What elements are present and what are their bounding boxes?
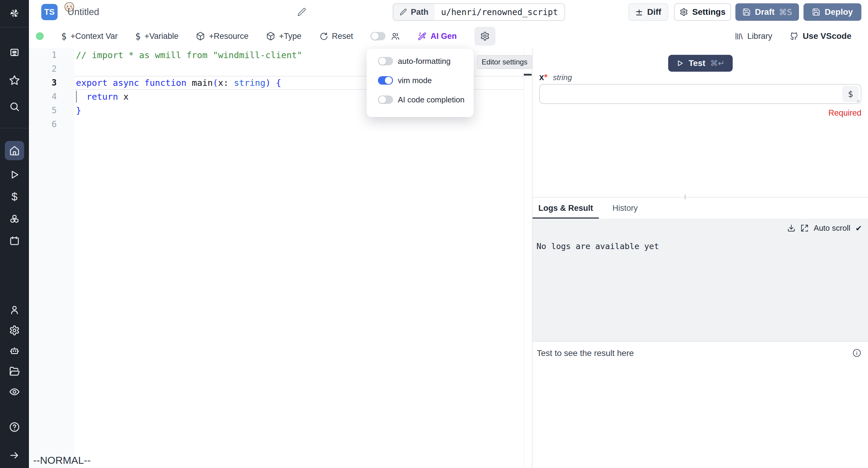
sidebar-item-audit-logs[interactable]	[5, 382, 24, 401]
info-icon[interactable]	[852, 348, 861, 358]
splitter-handle[interactable]	[685, 195, 686, 199]
tab-history-label: History	[613, 204, 638, 213]
add-type-label: +Type	[279, 32, 301, 41]
required-asterisk: *	[544, 72, 547, 82]
line-number: 1	[29, 48, 74, 62]
library-label: Library	[747, 32, 772, 41]
path-field[interactable]: Path u/henri/renowned_script	[393, 3, 565, 21]
sidebar-item-users[interactable]	[5, 300, 24, 320]
windmill-script-editor: $	[0, 0, 868, 468]
sidebar-item-workers[interactable]	[5, 341, 24, 361]
sidebar-item-variables[interactable]: $	[5, 187, 24, 207]
diff-button[interactable]: ± Diff	[628, 3, 668, 21]
sidebar-item-home[interactable]	[5, 141, 24, 160]
sidebar-item-schedules[interactable]	[5, 231, 24, 250]
sidebar-item-runs[interactable]	[5, 165, 24, 184]
editor-settings-menu: auto-formattingvim modeAI code completio…	[367, 48, 474, 117]
log-controls: Auto scroll ✔	[787, 224, 862, 233]
toggle-knob	[379, 96, 386, 103]
sidebar-divider	[0, 128, 29, 128]
arg-input-field[interactable]: $	[539, 84, 861, 104]
menu-item-label: auto-formatting	[398, 57, 451, 66]
logs-pane: Auto scroll ✔ No logs are available yet	[532, 219, 868, 341]
line-number: 2	[29, 62, 74, 76]
edit-title-pencil-icon[interactable]	[297, 7, 307, 17]
play-icon	[676, 59, 684, 67]
check-icon[interactable]: ✔	[855, 224, 862, 233]
sidebar-item-folders[interactable]	[5, 362, 24, 381]
diff-label: Diff	[647, 7, 661, 17]
path-value[interactable]: u/henri/renowned_script	[435, 4, 565, 20]
no-logs-message: No logs are available yet	[536, 241, 659, 251]
windmill-logo-icon[interactable]	[5, 4, 24, 23]
save-icon	[812, 8, 820, 16]
reset-label: Reset	[332, 32, 353, 41]
search-icon[interactable]	[5, 97, 24, 116]
sidebar-item-resources[interactable]	[5, 210, 24, 229]
menu-item-ai-code-completion[interactable]: AI code completion	[367, 90, 474, 109]
auto-scroll-label[interactable]: Auto scroll	[814, 224, 850, 233]
resize-grip-icon[interactable]	[855, 98, 860, 103]
result-tabs: Logs & Result History	[532, 197, 868, 219]
result-placeholder: Test to see the result here	[537, 348, 634, 358]
test-button[interactable]: Test ⌘↵	[668, 55, 733, 72]
users-icon	[391, 32, 400, 41]
dollar-icon: $	[61, 31, 67, 41]
toggle[interactable]	[378, 76, 393, 85]
ai-gen-label: AI Gen	[430, 32, 457, 41]
deploy-label: Deploy	[825, 7, 852, 17]
editor-gutter: 123456	[29, 48, 74, 468]
deploy-button[interactable]: Deploy	[804, 3, 861, 21]
workspace-icon[interactable]	[5, 43, 24, 62]
menu-item-vim-mode[interactable]: vim mode	[367, 71, 474, 90]
dollar-icon: $	[848, 89, 853, 99]
toggle-knob	[371, 33, 378, 40]
favorites-star-icon[interactable]	[5, 70, 24, 90]
topbar: TS Untitled Path u/henr	[29, 0, 868, 24]
tab-logs-result[interactable]: Logs & Result	[532, 198, 599, 219]
sidebar-item-settings[interactable]	[5, 321, 24, 340]
add-context-var-button[interactable]: $ +Context Var	[61, 31, 118, 41]
expand-icon[interactable]	[801, 224, 809, 232]
editor-toolbar: $ +Context Var $ +Variable +Resource +	[29, 24, 868, 48]
required-note: Required	[828, 108, 861, 118]
package-icon	[266, 32, 275, 41]
help-icon[interactable]	[5, 417, 24, 437]
pencil-icon	[399, 8, 407, 16]
page-title: Untitled	[67, 7, 99, 18]
settings-button[interactable]: Settings	[674, 3, 731, 21]
toggle[interactable]	[378, 57, 393, 65]
line-number: 4	[29, 90, 74, 104]
toggle[interactable]	[378, 96, 393, 104]
line-number: 6	[29, 118, 74, 131]
draft-button[interactable]: Draft ⌘S	[735, 3, 799, 21]
tab-history[interactable]: History	[609, 198, 642, 219]
reset-button[interactable]: Reset	[319, 32, 353, 41]
test-shortcut: ⌘↵	[710, 59, 724, 68]
use-vscode-label: Use VScode	[803, 31, 851, 41]
add-variable-button[interactable]: $ +Variable	[135, 31, 179, 41]
menu-item-label: vim mode	[398, 76, 432, 85]
add-resource-label: +Resource	[209, 32, 248, 41]
multiplayer-toggle[interactable]	[370, 32, 385, 40]
add-resource-button[interactable]: +Resource	[196, 32, 248, 41]
plus-minus-icon: ±	[635, 7, 643, 18]
use-vscode-button[interactable]: Use VScode	[789, 31, 851, 41]
download-icon[interactable]	[787, 224, 795, 232]
editor-settings-button[interactable]	[474, 27, 495, 45]
sidebar: $	[0, 0, 29, 468]
overview-ruler-cursor-mark	[524, 74, 532, 76]
dollar-icon: $	[135, 31, 141, 41]
vim-status: --NORMAL--	[33, 455, 91, 466]
path-label: Path	[411, 7, 429, 17]
result-pane: Test to see the result here	[532, 341, 868, 468]
code-line[interactable]	[76, 118, 520, 131]
badge-label: TS	[44, 7, 55, 17]
ai-gen-button[interactable]: AI Gen	[417, 32, 457, 41]
library-button[interactable]: Library	[735, 32, 772, 41]
menu-item-auto-formatting[interactable]: auto-formatting	[367, 52, 474, 71]
argument-label: x* string	[539, 72, 572, 82]
expand-sidebar-arrow-icon[interactable]	[5, 446, 24, 465]
menu-item-label: AI code completion	[398, 95, 464, 104]
add-type-button[interactable]: +Type	[266, 32, 301, 41]
